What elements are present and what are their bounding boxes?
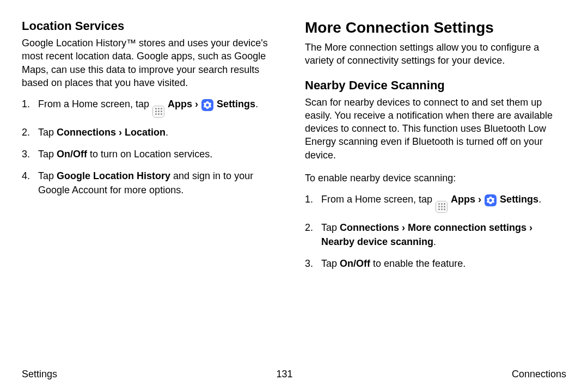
text: Tap: [38, 127, 57, 138]
apps-icon: [436, 201, 448, 213]
text: Tap: [321, 258, 340, 269]
page-footer: Settings 131 Connections: [22, 369, 566, 380]
settings-label: Settings: [217, 99, 255, 109]
nearby-scanning-intro: Scan for nearby devices to connect to an…: [305, 96, 566, 162]
text: From a Home screen, tap: [321, 194, 435, 205]
bold-onoff: On/Off: [57, 149, 87, 160]
location-services-intro: Google Location History™ stores and uses…: [22, 36, 283, 89]
bold-glh: Google Location History: [57, 170, 170, 181]
apps-label: Apps: [168, 99, 192, 109]
text: From a Home screen, tap: [38, 99, 152, 109]
separator: ›: [192, 99, 201, 109]
text: to turn on Location services.: [87, 149, 212, 160]
settings-label: Settings: [500, 194, 538, 205]
text: .: [166, 127, 168, 138]
text: .: [255, 99, 258, 109]
text: .: [433, 236, 436, 247]
text: Tap: [38, 170, 57, 181]
settings-icon: [485, 194, 497, 206]
bold-onoff: On/Off: [340, 258, 370, 269]
footer-left: Settings: [22, 369, 57, 380]
text: .: [538, 194, 541, 205]
enable-intro: To enable nearby device scanning:: [305, 171, 566, 185]
ns-step-2: Tap Connections › More connection settin…: [305, 220, 566, 249]
ls-step-2: Tap Connections › Location.: [22, 125, 283, 139]
ns-step-3: Tap On/Off to enable the feature.: [305, 256, 566, 271]
text: Tap: [38, 149, 57, 160]
nearby-scanning-heading: Nearby Device Scanning: [305, 78, 566, 93]
ls-step-1: From a Home screen, tap Apps › Settings.: [22, 97, 283, 118]
ls-step-4: Tap Google Location History and sign in …: [22, 169, 283, 197]
settings-icon: [201, 99, 213, 111]
more-connection-heading: More Connection Settings: [305, 19, 566, 36]
ls-step-3: Tap On/Off to turn on Location services.: [22, 147, 283, 161]
apps-label: Apps: [451, 194, 475, 205]
more-connection-intro: The More connection settings allow you t…: [305, 41, 566, 68]
right-column: More Connection Settings The More connec…: [305, 19, 566, 278]
bold-path: Connections › Location: [57, 127, 166, 138]
two-column-layout: Location Services Google Location Histor…: [22, 19, 566, 278]
location-services-steps: From a Home screen, tap Apps › Settings.…: [22, 97, 283, 197]
left-column: Location Services Google Location Histor…: [22, 19, 283, 278]
footer-page-number: 131: [276, 369, 292, 380]
text: Tap: [321, 222, 340, 233]
location-services-heading: Location Services: [22, 19, 283, 33]
ns-step-1: From a Home screen, tap Apps › Settings.: [305, 192, 566, 213]
text: to enable the feature.: [370, 258, 465, 269]
separator: ›: [475, 194, 484, 205]
apps-icon: [152, 106, 164, 118]
footer-right: Connections: [512, 369, 566, 380]
bold-path: Connections › More connection settings ›…: [321, 222, 532, 247]
nearby-scanning-steps: From a Home screen, tap Apps › Settings.…: [305, 192, 566, 271]
